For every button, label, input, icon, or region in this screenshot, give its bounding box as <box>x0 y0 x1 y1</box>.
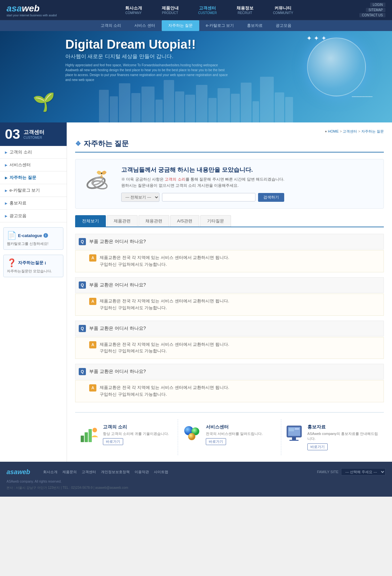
banner-promo-text: 홍보자료 ASAweb company의 홍보자료를 안내해드립니다. 바로가기 <box>307 424 379 450</box>
banner-promo-link[interactable]: 바로가기 <box>307 443 328 450</box>
nav-company[interactable]: 회사소개 COMPANY <box>122 4 145 16</box>
faq-answer-3: A 제품교환은 전국 각 지역에 있는 서비스 센터에서 교환하시면 됩니다. … <box>75 337 384 359</box>
footer-banners: 고객의 소리 항상 고객의 소리에 귀를 기울이겠습니다. 바로가기 <box>75 412 384 455</box>
svg-point-3 <box>101 173 102 174</box>
banner-promo-desc: ASAweb company의 홍보자료를 안내해드립니다. <box>307 431 379 441</box>
faq-intro-p2: 원하시는 질문내용이 없으시면 고객의 소리 게시판을 이용해주세요. <box>121 183 284 189</box>
bullet-icon: ▶ <box>5 201 8 205</box>
building-12 <box>218 88 230 122</box>
sub-nav-faq[interactable]: 자주하는 질문 <box>162 20 199 31</box>
title-icon: ❖ <box>75 140 81 148</box>
search-input[interactable] <box>162 193 255 201</box>
building-4 <box>131 93 140 122</box>
login-link[interactable]: LOGIN <box>370 3 385 7</box>
banner-voice-title: 고객의 소리 <box>103 424 169 430</box>
family-site-select[interactable]: --- 선택해 주세요 --- <box>341 468 385 475</box>
faq-answer-4: A 제품교환은 전국 각 지역에 있는 서비스 센터에서 교환하시면 됩니다. … <box>75 380 384 402</box>
search-button[interactable]: 검색하기 <box>258 193 284 202</box>
catalog-icon: 📄 <box>7 231 17 240</box>
banner-service-text: 서비스센터 전국의 서비스센터를 알려드립니다. 바로가기 <box>206 424 263 445</box>
logo[interactable]: asaweb <box>7 3 59 14</box>
footer-links: 회사소개 제품문의 고객센터 개인정보보호정책 이용약관 사이트맵 <box>43 470 168 474</box>
faq-question-1[interactable]: Q 부품 교환은 어디서 하나요? <box>75 234 384 249</box>
faq-box-icon: ❓ <box>7 258 17 267</box>
globe-reflection: ▔▔▔▔▔▔▔ <box>352 96 372 101</box>
building-15 <box>253 101 259 122</box>
breadcrumb: ● HOME > 고객센터 > 자주하는 질문 <box>75 129 384 134</box>
sub-nav-voice[interactable]: 고객의 소리 <box>94 20 128 31</box>
building-14 <box>241 83 252 122</box>
svg-point-10 <box>188 433 195 440</box>
sub-nav-promo[interactable]: 홍보자료 <box>240 20 269 31</box>
bullet-icon: ▶ <box>5 214 8 218</box>
banner-promo-title: 홍보자료 <box>307 424 379 430</box>
svg-rect-13 <box>292 437 296 440</box>
tab-product[interactable]: 제품관련 <box>107 215 138 227</box>
faq-question-2[interactable]: Q 부품 교환은 어디서 하나요? <box>75 277 384 293</box>
footer-logo: asaweb <box>7 468 30 476</box>
sidebar-faq-box[interactable]: ❓ 자주하는질문 i 자주하는질문만 모았습니다. <box>3 255 63 277</box>
sidebar-item-faq[interactable]: ▶ 자주하는 질문 <box>0 171 67 184</box>
footer-link-sitemap[interactable]: 사이트맵 <box>154 470 168 474</box>
faq-question-4[interactable]: Q 부품 교환은 어디서 하나요? <box>75 364 384 379</box>
email-rings-icon <box>84 166 113 195</box>
building-18 <box>285 97 293 122</box>
sidebar-box1-title: E-catalogue <box>18 233 42 238</box>
sub-nav-ad[interactable]: 광고모음 <box>269 20 298 31</box>
sidebar-ecatalog-box[interactable]: 📄 E-catalogue i 웹카탈로그를 신청하세요! <box>3 227 63 250</box>
sidebar-item-ad[interactable]: ▶ 광고모음 <box>0 210 67 222</box>
sitemap-link[interactable]: SITEMAP <box>366 8 385 12</box>
footer-link-product[interactable]: 제품문의 <box>62 470 77 474</box>
footer-link-privacy[interactable]: 개인정보보호정책 <box>101 470 130 474</box>
sidebar-item-voice[interactable]: ▶ 고객의 소리 <box>0 146 67 159</box>
hero-subtitle: 아사웹이 새로운 디지털 세상을 만들어 갑니다. <box>65 53 229 60</box>
contact-link[interactable]: CONTACT US <box>359 13 385 17</box>
nav-product[interactable]: 제품안내 PRODUCT <box>158 4 182 16</box>
faq-question-3[interactable]: Q 부품 교환은 어디서 하나요? <box>75 321 384 336</box>
tab-as[interactable]: A/S관련 <box>170 215 199 227</box>
sidebar-item-promo[interactable]: ▶ 홍보자료 <box>0 197 67 210</box>
tab-all[interactable]: 전체보기 <box>75 215 106 227</box>
faq-intro-text-block: 고객님들께서 궁금해 하시는 내용만을 모았습니다. ※ 더욱 궁금하신 사항은… <box>121 166 284 202</box>
category-select[interactable]: --- 전체보기 --- <box>121 193 159 202</box>
banner-service-link[interactable]: 바로가기 <box>206 438 226 445</box>
footer-logo-web: web <box>17 468 30 475</box>
footer-link-customer[interactable]: 고객센터 <box>82 470 96 474</box>
hero-banner: Digital Dream Utopia!! 아사웹이 새로운 디지털 세상을 … <box>0 31 392 122</box>
svg-rect-14 <box>289 440 299 441</box>
sub-nav-catalog[interactable]: e-카탈로그 보기 <box>199 20 240 31</box>
q-badge: Q <box>79 325 86 332</box>
bullet-icon: ▶ <box>5 176 8 180</box>
sidebar-box2-title: 자주하는질문 <box>18 260 43 266</box>
faq-q-text-2: 부품 교환은 어디서 하나요? <box>89 282 146 288</box>
svg-rect-6 <box>89 429 92 442</box>
building-3 <box>119 83 130 122</box>
nav-recruit[interactable]: 채용정보 RECRUIT <box>233 4 257 16</box>
building-11 <box>208 98 217 122</box>
sidebar-box2-title-block: ❓ 자주하는질문 i <box>7 258 60 267</box>
footer-link-company[interactable]: 회사소개 <box>43 470 57 474</box>
faq-intro-p1: ※ 더욱 궁금하신 사항은 고객의 소리를 통해 질문해 주시면 빠른 시간에 … <box>121 176 284 183</box>
sidebar-item-label: 홍보자료 <box>9 200 26 206</box>
faq-q-text-3: 부품 교환은 어디서 하나요? <box>89 326 146 331</box>
faq-intro-heading: 고객님들께서 궁금해 하시는 내용만을 모았습니다. <box>121 166 284 174</box>
tab-other[interactable]: 기타질문 <box>200 215 231 227</box>
sub-nav-service[interactable]: 서비스 센터 <box>128 20 161 31</box>
nav-customer[interactable]: 고객센터 CUSTOMER <box>195 4 220 16</box>
sidebar-title-ko: 고객센터 <box>24 129 44 136</box>
main-nav: 회사소개 COMPANY 제품안내 PRODUCT 고객센터 CUSTOMER … <box>59 4 359 16</box>
highlight-voice: 고객의 소리 <box>165 177 185 182</box>
hero-content: Digital Dream Utopia!! 아사웹이 새로운 디지털 세상을 … <box>65 38 229 82</box>
footer-banner-voice: 고객의 소리 항상 고객의 소리에 귀를 기울이겠습니다. 바로가기 <box>75 419 178 455</box>
footer-link-terms[interactable]: 이용약관 <box>135 470 149 474</box>
page-title-text: 자주하는 질문 <box>84 139 129 149</box>
sidebar-item-label: e-카탈로그 보기 <box>9 187 40 193</box>
building-17 <box>275 92 284 122</box>
hero-plant-icon: 🌱 <box>33 91 55 113</box>
tab-recruit[interactable]: 채용관련 <box>139 215 169 227</box>
sidebar-item-catalog[interactable]: ▶ e-카탈로그 보기 <box>0 184 67 197</box>
main-content: ● HOME > 고객센터 > 자주하는 질문 ❖ 자주하는 질문 <box>67 122 392 462</box>
banner-voice-link[interactable]: 바로가기 <box>103 438 123 445</box>
sidebar-item-service[interactable]: ▶ 서비스센터 <box>0 159 67 171</box>
nav-community[interactable]: 커뮤니티 COMMUNITY <box>270 4 297 16</box>
